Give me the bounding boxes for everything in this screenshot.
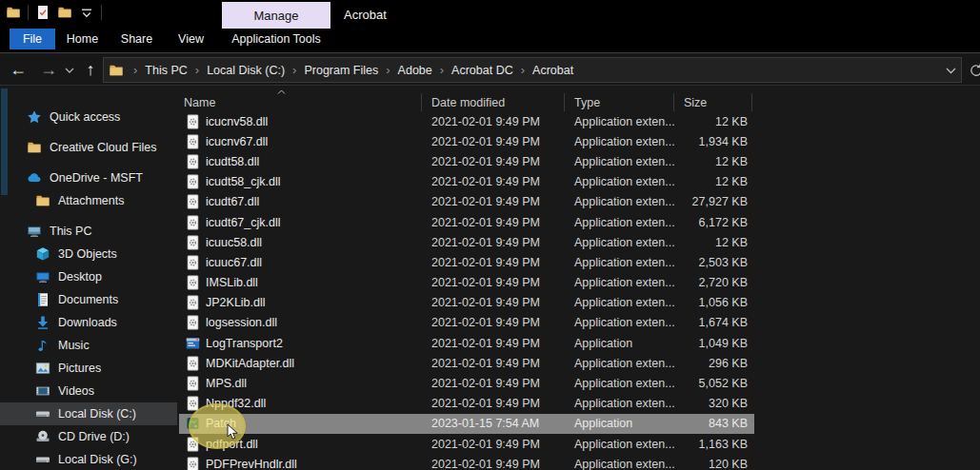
customize-toolbar-icon[interactable]	[79, 5, 94, 20]
sidebar-item-local-disk-c[interactable]: Local Disk (C:)	[0, 402, 177, 425]
file-type: Application exten...	[565, 195, 674, 208]
sidebar-item-this-pc[interactable]: This PC	[0, 220, 177, 243]
address-dropdown-icon[interactable]	[946, 68, 956, 74]
toolbar-separator	[28, 5, 29, 20]
sidebar-item-label: Documents	[58, 293, 118, 306]
file-name: icudt58.dll	[206, 155, 259, 168]
breadcrumb-item[interactable]: This PC	[145, 64, 187, 77]
up-button[interactable]: ↑	[78, 60, 103, 80]
file-row[interactable]: icucnv58.dll2021-02-01 9:49 PMApplicatio…	[179, 111, 754, 131]
file-row[interactable]: IMSLib.dll2021-02-01 9:49 PMApplication …	[179, 273, 754, 293]
folder-icon	[27, 140, 42, 155]
properties-icon[interactable]	[35, 5, 50, 20]
file-row[interactable]: icudt58_cjk.dll2021-02-01 9:49 PMApplica…	[179, 172, 754, 192]
column-header-size[interactable]: Size	[674, 93, 752, 111]
sidebar-item-documents[interactable]: Documents	[0, 288, 177, 311]
file-row[interactable]: PDFPrevHndlr.dll2021-02-01 9:49 PMApplic…	[179, 454, 754, 470]
file-row[interactable]: icucnv67.dll2021-02-01 9:49 PMApplicatio…	[179, 131, 754, 151]
file-row[interactable]: icuuc58.dll2021-02-01 9:49 PMApplication…	[179, 232, 754, 252]
file-type: Application exten...	[565, 175, 674, 188]
ribbon-tab-home[interactable]: Home	[55, 29, 110, 49]
sidebar-item-quick-access[interactable]: Quick access	[0, 106, 177, 128]
file-type: Application exten...	[565, 296, 674, 309]
disk-icon	[35, 452, 50, 467]
window-title: Acrobat	[344, 0, 387, 29]
file-date-modified: 2021-02-01 9:49 PM	[422, 296, 565, 309]
file-type: Application exten...	[565, 357, 674, 370]
breadcrumb-separator-icon[interactable]: ›	[188, 63, 207, 77]
file-name: logsession.dll	[206, 316, 277, 329]
breadcrumb-separator-icon[interactable]: ›	[285, 63, 304, 77]
sidebar-item-cd-drive-d[interactable]: CD Drive (D:)	[0, 425, 177, 448]
dll-file-icon	[186, 356, 200, 371]
ribbon-tab-file[interactable]: File	[10, 29, 55, 49]
ribbon-tab-bar: FileHomeShareView Application Tools	[0, 29, 980, 53]
breadcrumb-item[interactable]: Acrobat	[532, 64, 573, 77]
file-row[interactable]: Nppdf32.dll2021-02-01 9:49 PMApplication…	[179, 394, 754, 414]
file-row[interactable]: Patch2023-01-15 7:54 AMApplication843 KB	[179, 414, 754, 434]
ribbon-tab-share[interactable]: Share	[110, 29, 164, 49]
file-name: JP2KLib.dll	[206, 296, 266, 309]
sidebar-item-downloads[interactable]: Downloads	[0, 311, 177, 334]
file-size: 843 KB	[674, 417, 752, 430]
sidebar-item-3d-objects[interactable]: 3D Objects	[0, 243, 177, 265]
toolbar-separator	[101, 5, 102, 20]
sidebar-item-label: Local Disk (C:)	[58, 407, 136, 421]
sidebar-item-onedrive-msft[interactable]: OneDrive - MSFT	[0, 166, 177, 189]
sidebar-item-label: Attachments	[58, 194, 124, 207]
file-row[interactable]: pdfport.dll2021-02-01 9:49 PMApplication…	[179, 434, 754, 454]
file-name: icuuc67.dll	[206, 256, 262, 269]
file-row[interactable]: MPS.dll2021-02-01 9:49 PMApplication ext…	[179, 373, 754, 393]
breadcrumb-item[interactable]: Program Files	[304, 64, 378, 77]
new-folder-icon[interactable]	[57, 5, 72, 20]
address-bar[interactable]: ›This PC›Local Disk (C:)›Program Files›A…	[103, 57, 962, 83]
music-icon	[35, 338, 50, 353]
back-button[interactable]: ←	[0, 60, 36, 80]
file-row[interactable]: MDKitAdapter.dll2021-02-01 9:49 PMApplic…	[179, 353, 754, 373]
file-row[interactable]: icudt58.dll2021-02-01 9:49 PMApplication…	[179, 151, 754, 171]
file-type: Application	[565, 337, 674, 350]
column-header-name[interactable]: Name	[179, 93, 422, 111]
file-date-modified: 2021-02-01 9:49 PM	[422, 115, 565, 128]
sidebar-item-music[interactable]: Music	[0, 334, 177, 357]
manage-tab[interactable]: Manage	[222, 2, 330, 29]
file-row[interactable]: icudt67.dll2021-02-01 9:49 PMApplication…	[179, 192, 754, 212]
sidebar-item-videos[interactable]: Videos	[0, 380, 177, 402]
file-date-modified: 2021-02-01 9:49 PM	[422, 216, 565, 229]
file-row[interactable]: icudt67_cjk.dll2021-02-01 9:49 PMApplica…	[179, 212, 754, 232]
column-header-date-modified[interactable]: Date modified	[422, 93, 565, 111]
breadcrumb-separator-icon[interactable]: ›	[513, 63, 532, 77]
refresh-icon[interactable]	[970, 64, 980, 77]
dll-file-icon	[186, 114, 200, 129]
forward-button[interactable]: →	[36, 60, 61, 80]
file-row[interactable]: icuuc67.dll2021-02-01 9:49 PMApplication…	[179, 252, 754, 272]
breadcrumb-item[interactable]: Adobe	[398, 64, 432, 77]
breadcrumb-separator-icon[interactable]: ›	[378, 63, 397, 77]
breadcrumb-item[interactable]: Acrobat DC	[451, 64, 513, 77]
recent-locations-icon[interactable]	[61, 68, 78, 73]
file-name: icuuc58.dll	[206, 236, 262, 249]
sidebar-item-label: Music	[58, 339, 90, 352]
file-date-modified: 2021-02-01 9:49 PM	[422, 377, 565, 390]
file-row[interactable]: logsession.dll2021-02-01 9:49 PMApplicat…	[179, 313, 754, 333]
file-date-modified: 2021-02-01 9:49 PM	[422, 337, 565, 350]
breadcrumb-item[interactable]: Local Disk (C:)	[207, 64, 285, 77]
application-tools-tab[interactable]: Application Tools	[222, 29, 330, 49]
dll-file-icon	[186, 457, 200, 470]
dll-file-icon	[186, 275, 200, 290]
breadcrumb-separator-icon[interactable]: ›	[126, 63, 145, 77]
column-header-type[interactable]: Type	[565, 93, 674, 111]
folder-icon[interactable]	[6, 5, 21, 20]
file-row[interactable]: LogTransport22021-02-01 9:49 PMApplicati…	[179, 333, 754, 353]
folder-icon	[109, 63, 124, 78]
sidebar-item-pictures[interactable]: Pictures	[0, 357, 177, 380]
file-size: 1,934 KB	[674, 135, 752, 148]
ribbon-tab-view[interactable]: View	[164, 29, 218, 49]
breadcrumb-separator-icon[interactable]: ›	[432, 63, 451, 77]
document-icon	[35, 292, 50, 307]
file-row[interactable]: JP2KLib.dll2021-02-01 9:49 PMApplication…	[179, 293, 754, 313]
sidebar-item-desktop[interactable]: Desktop	[0, 265, 177, 288]
sidebar-item-creative-cloud-files[interactable]: Creative Cloud Files	[0, 136, 177, 159]
sidebar-item-local-disk-g[interactable]: Local Disk (G:)	[0, 448, 177, 470]
sidebar-item-attachments[interactable]: Attachments	[0, 189, 177, 212]
